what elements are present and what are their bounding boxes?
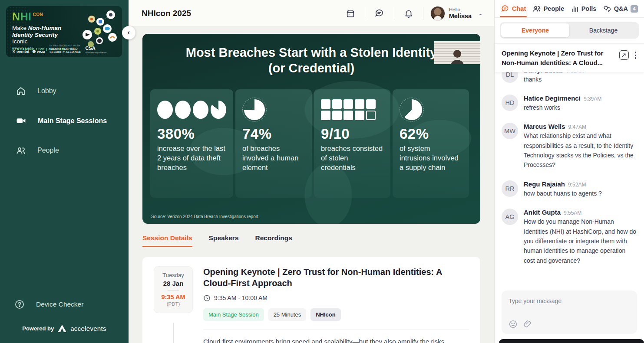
header-divider (394, 7, 394, 20)
people-icon (532, 4, 541, 13)
speaker-silhouette (448, 48, 467, 64)
session-description: Cloud-first environments bring speed and… (203, 337, 469, 343)
sidebar-item-label: Lobby (37, 87, 56, 95)
expand-icon (621, 53, 626, 58)
event-app: NHI CON Make Non-Human Identity Security… (0, 0, 644, 343)
sidebar-item-lobby[interactable]: Lobby (0, 76, 129, 106)
powered-by[interactable]: Powered by accelevents (0, 324, 129, 333)
chat-message: DL Darryl Lucas9:31AM thanks (502, 72, 637, 84)
tab-people[interactable]: People (532, 0, 565, 17)
stat-number: 9/10 (321, 126, 383, 142)
home-icon (16, 86, 26, 96)
chat-message: HD Hatice Degirmenci9:39AM refresh works (502, 95, 637, 112)
chat-composer: Type your message (495, 291, 644, 339)
chat-bubble-icon (374, 8, 384, 18)
tab-polls-label: Polls (581, 5, 597, 12)
qa-icon (603, 4, 611, 13)
tab-speakers[interactable]: Speakers (209, 234, 239, 247)
engagement-tabs: Chat People Polls Q&A 4 (495, 0, 644, 18)
tagline-nonhuman: Non-Human (28, 25, 62, 31)
sidebar-collapse-button[interactable]: ‹ (122, 26, 135, 39)
stat-text: increase over the last 2 years of data t… (157, 144, 226, 172)
sidebar-item-main-stage-sessions[interactable]: Main Stage Sessions (0, 106, 129, 136)
attachment-icon[interactable] (523, 320, 532, 329)
slide-title-line1: Most Breaches Start with a Stolen Identi… (186, 46, 437, 59)
tab-polls[interactable]: Polls (571, 0, 597, 17)
speaker-webcam (434, 41, 480, 64)
chat-session-header: Opening Keynote | Zero Trust for Non-Hum… (495, 43, 644, 72)
message-author: Regu Rajaiah9:52AM (524, 180, 602, 188)
stage-stream[interactable]: Most Breaches Start with a Stolen Identi… (142, 34, 480, 224)
chat-message: MW Marcus Wells9:47AM What relationship … (502, 123, 637, 170)
chat-message: RR Regu Rajaiah9:52AM how baout huans to… (502, 180, 637, 198)
sidebar-nav: Lobby Main Stage Sessions People (0, 76, 129, 165)
session-details-card: Tuesday 28 Jan 9:35 AM (PDT) Opening Key… (142, 257, 480, 343)
user-menu[interactable]: Hello, Melissa ⌄ (430, 6, 483, 21)
stat-card-380: 380% increase over the last 2 years of d… (150, 89, 233, 198)
polls-icon (571, 5, 579, 13)
subtab-backstage[interactable]: Backstage (569, 23, 637, 37)
stat-text: of breaches involved a human element (242, 144, 305, 172)
session-timezone: (PDT) (157, 301, 190, 307)
user-avatar (430, 6, 445, 21)
notifications-button[interactable] (401, 6, 416, 21)
page-title: NHIcon 2025 (142, 9, 191, 18)
veza-logo: ❁ veza (33, 49, 46, 54)
sidebar-item-people[interactable]: People (0, 136, 129, 165)
message-time: 9:52AM (568, 182, 586, 188)
message-time: 9:47AM (568, 124, 586, 130)
message-input[interactable]: Type your message (502, 291, 637, 334)
device-checker-label: Device Checker (36, 301, 83, 308)
message-input-placeholder: Type your message (509, 297, 630, 304)
question-circle-icon (14, 299, 25, 310)
stat-number: 62% (400, 126, 462, 142)
message-text: How do you manage Non-Human Identities (… (524, 217, 637, 265)
stat-number: 380% (157, 126, 226, 142)
announcements-button[interactable] (372, 6, 387, 21)
main-header: NHIcon 2025 Hello, Melis (129, 0, 494, 27)
stat-icon-pie-74 (242, 98, 267, 122)
tab-recordings[interactable]: Recordings (255, 234, 292, 247)
message-text: refresh works (524, 103, 601, 112)
engagement-panel: Chat People Polls Q&A 4 Everyone Backsta… (494, 0, 644, 343)
accelevents-logo-icon (57, 324, 67, 333)
banner-network-graphic (73, 9, 121, 49)
message-author: Marcus Wells9:47AM (524, 123, 637, 130)
avatar: MW (502, 123, 518, 139)
session-time-range: 9:35 AM - 10:00 AM (214, 294, 268, 301)
session-date: 28 Jan (157, 280, 190, 287)
people-icon (16, 145, 26, 156)
expand-chat-button[interactable] (619, 50, 629, 60)
tab-session-details[interactable]: Session Details (142, 234, 192, 247)
message-time: 9:39AM (584, 96, 601, 102)
chat-message-list[interactable]: DL Darryl Lucas9:31AM thanks HD Hatice D… (495, 72, 644, 291)
tab-qa-label: Q&A (614, 5, 628, 12)
session-date-card: Tuesday 28 Jan 9:35 AM (PDT) (154, 266, 193, 313)
tab-chat[interactable]: Chat (501, 0, 526, 17)
session-tags: Main Stage Session 25 Minutes NHIcon (203, 308, 469, 321)
message-time: 9:31AM (566, 72, 584, 74)
subtab-everyone[interactable]: Everyone (501, 23, 569, 37)
calendar-button[interactable] (343, 6, 358, 21)
session-time-range-row: 9:35 AM - 10:00 AM (203, 294, 469, 302)
sidebar-item-label: Main Stage Sessions (38, 117, 107, 125)
message-author: Hatice Degirmenci9:39AM (524, 95, 601, 102)
powered-by-label: Powered by (22, 325, 54, 332)
device-checker-link[interactable]: Device Checker (0, 294, 129, 315)
chat-session-title: Opening Keynote | Zero Trust for Non-Hum… (502, 49, 616, 68)
video-camera-icon (16, 115, 26, 126)
slide-source: Source: Verizon 2024 Data Breach Investi… (151, 214, 258, 219)
slide-title-line2: (or Credential) (268, 61, 354, 75)
tab-chat-label: Chat (512, 5, 526, 12)
stat-icon-pie-62 (400, 98, 424, 122)
sidebar-item-label: People (37, 147, 59, 154)
emoji-icon[interactable] (509, 320, 518, 329)
tab-qa[interactable]: Q&A 4 (603, 0, 638, 17)
greeting-hello: Hello, (449, 7, 472, 13)
bottom-bar-edge (499, 339, 644, 343)
tag-main-stage-session: Main Stage Session (203, 308, 264, 321)
main-area: NHIcon 2025 Hello, Melis (129, 0, 494, 343)
chat-options-button[interactable] (633, 50, 638, 60)
event-banner: NHI CON Make Non-Human Identity Security… (6, 6, 122, 57)
avatar: HD (502, 95, 518, 111)
